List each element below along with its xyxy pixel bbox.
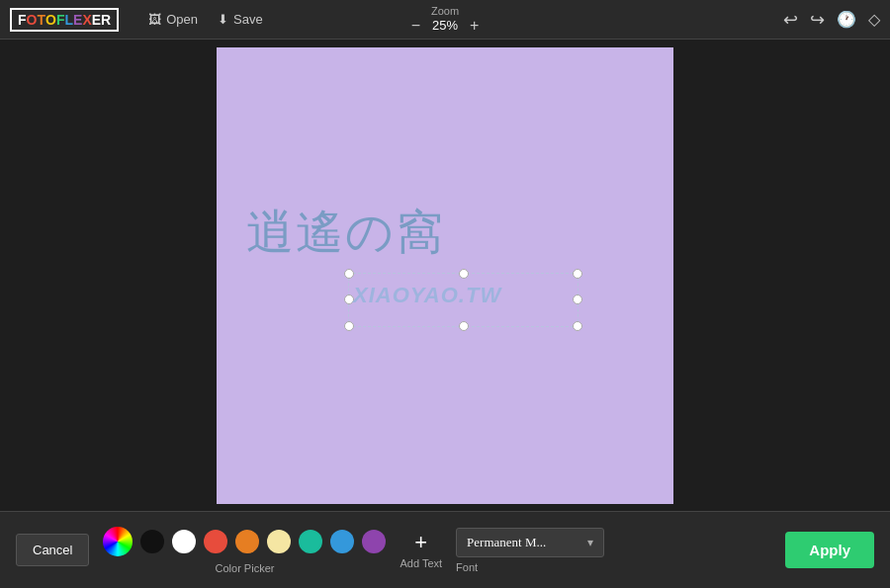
font-dropdown-value: Permanent M... [467,535,579,550]
logo-f: F [18,12,27,28]
canvas-text-secondary: XIAOYAO.TW [353,283,501,308]
font-section: Permanent M... ▾ Font [456,528,604,573]
color-picker-label: Color Picker [216,562,275,574]
color-swatch-yellow[interactable] [267,530,291,553]
color-swatch-blue[interactable] [330,530,354,553]
font-dropdown[interactable]: Permanent M... ▾ [456,528,604,557]
add-text-icon: + [414,532,427,553]
handle-top-center[interactable] [459,269,469,279]
zoom-value: 25% [432,18,458,33]
save-button[interactable]: ⬇ Save [208,8,273,31]
handle-top-left[interactable] [344,269,354,279]
logo-box: F O T O F L E X ER [10,8,119,32]
zoom-controls: − 25% + [407,17,484,35]
undo-icon: ↩ [783,10,798,30]
logo-f2: F [56,12,65,28]
handle-bottom-right[interactable] [573,321,582,331]
save-label: Save [233,12,263,27]
zoom-area: Zoom − 25% + [407,5,484,35]
font-label: Font [456,561,478,573]
topbar: F O T O F L E X ER 🖼 Open ⬇ Save Zoom − … [0,0,890,40]
zoom-label: Zoom [431,5,459,17]
logo-l: L [64,12,73,28]
color-swatch-purple[interactable] [362,530,386,553]
cancel-button[interactable]: Cancel [16,534,89,566]
logo-o: O [27,12,38,28]
zoom-out-button[interactable]: − [407,17,424,35]
logo-t: T [37,12,45,28]
handle-middle-right[interactable] [573,294,582,304]
main-canvas-area: 逍遙の窩 XIAOYAO.TW [0,40,890,511]
layers-button[interactable]: ◇ [868,9,880,30]
handle-bottom-center[interactable] [459,321,469,331]
logo-e: E [73,12,82,28]
apply-button[interactable]: Apply [785,532,874,568]
add-text-section[interactable]: + Add Text [400,532,442,569]
open-icon: 🖼 [148,12,161,27]
color-swatch-orange[interactable] [235,530,259,553]
open-label: Open [166,12,198,27]
chevron-down-icon: ▾ [587,536,593,549]
bottom-bar: Cancel Color Picker + Add Text Permanent… [0,511,890,588]
undo-button[interactable]: ↩ [783,9,798,31]
color-swatch-red[interactable] [204,530,227,553]
open-button[interactable]: 🖼 Open [138,8,208,31]
color-picker-icon[interactable] [103,527,133,556]
topbar-right: ↩ ↪ 🕐 ◇ [783,9,880,31]
layers-icon: ◇ [868,11,880,28]
color-picker-section: Color Picker [103,527,386,574]
logo-x: X [82,12,91,28]
logo-er: ER [92,12,111,28]
canvas-text-main: 逍遙の窩 [246,201,445,264]
handle-bottom-left[interactable] [344,321,354,331]
redo-button[interactable]: ↪ [810,9,825,31]
color-swatch-black[interactable] [140,530,164,553]
history-icon: 🕐 [837,11,856,28]
zoom-in-button[interactable]: + [466,17,483,35]
color-swatch-white[interactable] [172,530,196,553]
redo-icon: ↪ [810,10,825,30]
history-button[interactable]: 🕐 [837,9,856,30]
logo-o2: O [45,12,56,28]
color-swatch-teal[interactable] [299,530,322,553]
canvas[interactable]: 逍遙の窩 XIAOYAO.TW [217,47,673,504]
handle-top-right[interactable] [573,269,582,279]
color-swatches [103,527,386,556]
save-icon: ⬇ [218,12,228,27]
logo-area: F O T O F L E X ER [10,8,119,32]
add-text-label: Add Text [400,557,442,569]
